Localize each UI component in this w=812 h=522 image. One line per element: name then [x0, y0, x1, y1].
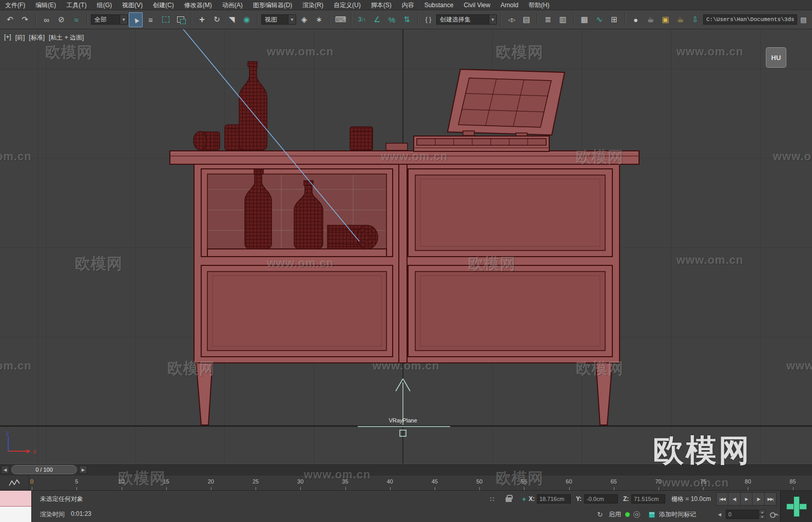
- timeline-tick[interactable]: 0: [30, 478, 33, 485]
- add-time-tag-button[interactable]: 添加时间标记: [659, 510, 696, 519]
- edit-named-selection-sets-button[interactable]: { }: [421, 12, 435, 27]
- circle-o-indicator[interactable]: O: [633, 511, 640, 518]
- go-to-start-button[interactable]: |◀◀: [717, 493, 728, 505]
- timeline-tick[interactable]: 45: [432, 478, 438, 485]
- select-by-name-button[interactable]: ≡: [144, 12, 158, 27]
- spinner-snap-toggle[interactable]: ⇅: [400, 12, 414, 27]
- timeline-tick[interactable]: 60: [566, 478, 572, 485]
- timeline-tick[interactable]: 10: [118, 478, 124, 485]
- tabletop-bottle[interactable]: [239, 62, 267, 150]
- timeline-tick[interactable]: 50: [476, 478, 482, 485]
- undo-icon[interactable]: ↶: [3, 12, 17, 27]
- menu-item[interactable]: Civil View: [458, 0, 495, 10]
- viewport[interactable]: [+][前][标准][粘土 + 边面] HU: [0, 29, 812, 463]
- add-button[interactable]: [780, 491, 812, 522]
- time-slider[interactable]: 0 / 100: [11, 465, 77, 474]
- viewport-label-part[interactable]: [+]: [4, 33, 11, 42]
- select-and-place-button[interactable]: ◉: [240, 12, 254, 27]
- timeline-tick[interactable]: 75: [700, 478, 706, 485]
- menu-item[interactable]: 组(G): [92, 0, 117, 10]
- select-and-move-button[interactable]: +: [195, 12, 209, 27]
- makeup-box[interactable]: [414, 69, 565, 151]
- viewport-label-part[interactable]: [粘土 + 边面]: [49, 33, 84, 42]
- enable-label[interactable]: 启用: [609, 510, 621, 519]
- menu-item[interactable]: 修改器(M): [179, 0, 217, 10]
- render-in-cloud-button[interactable]: ⇩: [688, 12, 702, 27]
- timeline-tick[interactable]: 70: [655, 478, 662, 485]
- material-editor-button[interactable]: ●: [629, 12, 643, 27]
- reference-coordinate-system-dropdown[interactable]: 视图 ▼: [261, 14, 296, 25]
- menu-item[interactable]: 渲染(R): [297, 0, 328, 10]
- cabinet-tabletop[interactable]: [170, 151, 639, 164]
- redo-icon[interactable]: ↷: [18, 12, 32, 27]
- document-icon[interactable]: ▤: [799, 14, 808, 25]
- timeline-tick[interactable]: 85: [789, 478, 796, 485]
- menu-item[interactable]: Arnold: [495, 0, 524, 10]
- viewport-label-part[interactable]: [前]: [15, 33, 25, 42]
- menu-item[interactable]: 视图(V): [117, 0, 148, 10]
- rendered-frame-window-button[interactable]: ▣: [659, 12, 672, 27]
- timeline-tick[interactable]: 80: [745, 478, 751, 485]
- coord-x-field[interactable]: 18.716cm: [537, 494, 571, 504]
- timeline-tick[interactable]: 35: [342, 478, 348, 485]
- coord-y-field[interactable]: -0.0cm: [584, 494, 618, 504]
- menu-item[interactable]: 编辑(E): [30, 0, 61, 10]
- frame-prev-arrow[interactable]: ◀: [716, 509, 724, 519]
- spinner-down-icon[interactable]: ▼: [759, 514, 765, 519]
- timeline-tick[interactable]: 30: [297, 478, 303, 485]
- bind-to-space-warp-icon[interactable]: ≈: [69, 12, 83, 27]
- project-folder-path-field[interactable]: C:\Users\Han\Documents\3ds Max 2022: [703, 14, 797, 25]
- window-crossing-toggle[interactable]: [173, 12, 187, 27]
- menu-item[interactable]: 创建(C): [148, 0, 179, 10]
- render-production-button[interactable]: ☕: [673, 12, 687, 27]
- keyboard-shortcut-override-toggle[interactable]: ⌨: [334, 12, 347, 27]
- curve-editor-button[interactable]: ∿: [592, 12, 606, 27]
- play-button[interactable]: ▶: [741, 493, 752, 505]
- track-bar[interactable]: ◀ 0 / 100 ▶: [0, 463, 812, 475]
- maxscript-mini-listener[interactable]: [0, 491, 32, 522]
- menu-item[interactable]: 帮助(H): [524, 0, 555, 10]
- menu-item[interactable]: 图形编辑器(D): [248, 0, 298, 10]
- viewport-label-part[interactable]: [标准]: [29, 33, 45, 42]
- menu-item[interactable]: 内容: [397, 0, 419, 10]
- menu-item[interactable]: 脚本(S): [366, 0, 397, 10]
- unlink-selection-icon[interactable]: ⊘: [54, 12, 68, 27]
- timeline-tick[interactable]: 55: [521, 478, 527, 485]
- adaptive-degradation-toggle[interactable]: ↻: [594, 509, 606, 519]
- menu-item[interactable]: 自定义(U): [328, 0, 366, 10]
- menu-item[interactable]: 工具(T): [61, 0, 91, 10]
- tabletop-barrel[interactable]: [194, 131, 220, 150]
- mini-curve-editor-button[interactable]: [0, 475, 29, 491]
- schematic-view-button[interactable]: ⊞: [607, 12, 621, 27]
- timeline-tick[interactable]: 20: [208, 478, 214, 485]
- menu-item[interactable]: Substance: [419, 0, 459, 10]
- align-button[interactable]: ▤: [519, 12, 533, 27]
- shelf-lying-cup[interactable]: [327, 225, 378, 249]
- key-mode-toggle[interactable]: [768, 509, 779, 519]
- tabletop-tray[interactable]: [386, 143, 408, 150]
- use-pivot-center-button[interactable]: ◈: [297, 12, 311, 27]
- percent-snap-toggle[interactable]: %: [385, 12, 399, 27]
- timeline-tick[interactable]: 65: [610, 478, 616, 485]
- select-and-scale-button[interactable]: ◥: [225, 12, 239, 27]
- cabinet-leg-left[interactable]: [196, 362, 212, 425]
- timeline-ruler[interactable]: 0510152025303540455055606570758085: [0, 475, 812, 490]
- mirror-button[interactable]: ◁▷: [505, 12, 518, 27]
- toggle-ribbon-button[interactable]: ▦: [577, 12, 591, 27]
- timeline-tick[interactable]: 5: [75, 478, 78, 485]
- select-and-manipulate-button[interactable]: ∗: [312, 12, 326, 27]
- current-frame-field[interactable]: 0: [726, 510, 759, 519]
- timeline-tick[interactable]: 40: [386, 478, 393, 485]
- frame-spinner[interactable]: ▲ ▼: [759, 510, 765, 519]
- absolute-mode-transform-toggle[interactable]: +: [518, 494, 530, 504]
- go-to-end-button[interactable]: ▶▶|: [765, 493, 776, 505]
- render-setup-button[interactable]: ☕: [644, 12, 658, 27]
- spinner-up-icon[interactable]: ▲: [759, 510, 765, 514]
- selection-lock-toggle[interactable]: [503, 493, 514, 503]
- script-listener-pane[interactable]: [0, 507, 31, 522]
- timeline-tick[interactable]: 25: [253, 478, 259, 485]
- cabinet-model[interactable]: [170, 151, 639, 425]
- toggle-scene-explorer-button[interactable]: ≣: [541, 12, 555, 27]
- timeline-tick[interactable]: 15: [163, 478, 169, 485]
- select-and-rotate-button[interactable]: ↻: [210, 12, 224, 27]
